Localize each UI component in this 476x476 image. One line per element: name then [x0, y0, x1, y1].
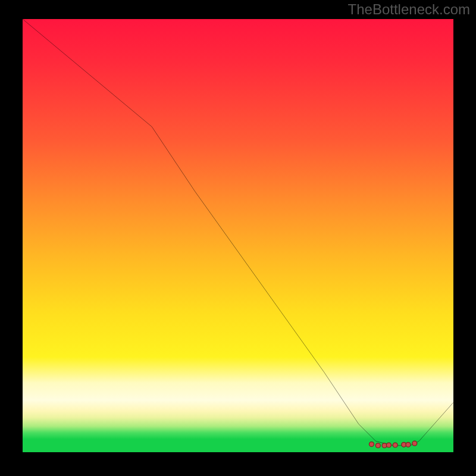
chart-svg — [23, 19, 453, 450]
marker-group — [369, 441, 416, 448]
curve-marker — [375, 443, 380, 448]
plot-area — [23, 19, 453, 452]
chart-container: TheBottleneck.com — [0, 0, 476, 476]
curve-marker — [412, 441, 417, 446]
curve-line — [23, 19, 453, 446]
curve-marker — [369, 442, 374, 447]
watermark-text: TheBottleneck.com — [348, 1, 470, 18]
curve-marker — [406, 442, 411, 447]
curve-marker — [393, 443, 397, 447]
curve-marker — [386, 443, 391, 447]
